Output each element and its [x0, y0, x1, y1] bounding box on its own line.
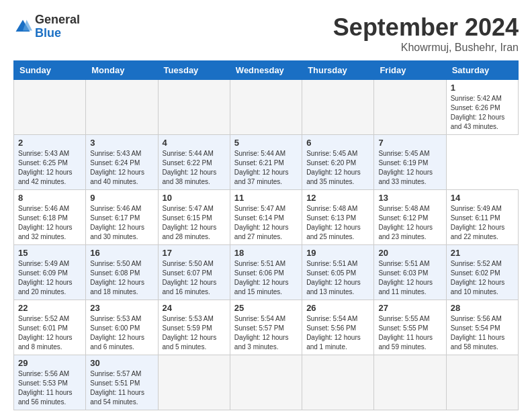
day-info: Sunrise: 5:45 AMSunset: 6:20 PMDaylight:… [306, 149, 369, 187]
day-number: 3 [90, 138, 153, 148]
calendar-table: SundayMondayTuesdayWednesdayThursdayFrid… [13, 60, 519, 410]
day-info: Sunrise: 5:51 AMSunset: 6:03 PMDaylight:… [378, 259, 441, 297]
day-info: Sunrise: 5:42 AMSunset: 6:26 PMDaylight:… [451, 94, 514, 132]
calendar-cell: 14Sunrise: 5:49 AMSunset: 6:11 PMDayligh… [446, 190, 518, 245]
calendar-cell: 12Sunrise: 5:48 AMSunset: 6:13 PMDayligh… [302, 190, 374, 245]
calendar-week-5: 22Sunrise: 5:52 AMSunset: 6:01 PMDayligh… [14, 300, 519, 355]
calendar-week-2: 2Sunrise: 5:43 AMSunset: 6:25 PMDaylight… [14, 135, 519, 190]
day-info: Sunrise: 5:48 AMSunset: 6:13 PMDaylight:… [306, 204, 369, 242]
calendar-cell: 22Sunrise: 5:52 AMSunset: 6:01 PMDayligh… [14, 300, 86, 355]
day-info: Sunrise: 5:49 AMSunset: 6:09 PMDaylight:… [18, 259, 81, 297]
calendar-week-3: 8Sunrise: 5:46 AMSunset: 6:18 PMDaylight… [14, 190, 519, 245]
day-number: 26 [306, 303, 369, 313]
calendar-cell [158, 355, 230, 410]
day-number: 12 [306, 193, 369, 203]
calendar-cell [230, 355, 302, 410]
calendar-cell [86, 80, 158, 135]
calendar-cell: 4Sunrise: 5:44 AMSunset: 6:22 PMDaylight… [158, 135, 230, 190]
header-tuesday: Tuesday [158, 61, 230, 80]
day-number: 28 [451, 303, 514, 313]
day-info: Sunrise: 5:47 AMSunset: 6:15 PMDaylight:… [163, 204, 226, 242]
day-info: Sunrise: 5:43 AMSunset: 6:24 PMDaylight:… [90, 149, 153, 187]
day-info: Sunrise: 5:51 AMSunset: 6:06 PMDaylight:… [234, 259, 298, 297]
calendar-cell: 19Sunrise: 5:51 AMSunset: 6:05 PMDayligh… [302, 245, 374, 300]
calendar-cell: 5Sunrise: 5:44 AMSunset: 6:21 PMDaylight… [230, 135, 302, 190]
day-number: 10 [163, 193, 226, 203]
calendar-cell: 15Sunrise: 5:49 AMSunset: 6:09 PMDayligh… [14, 245, 86, 300]
calendar-cell: 7Sunrise: 5:45 AMSunset: 6:19 PMDaylight… [374, 135, 446, 190]
header-sunday: Sunday [14, 61, 86, 80]
calendar-week-6: 29Sunrise: 5:56 AMSunset: 5:53 PMDayligh… [14, 355, 519, 410]
calendar-cell: 16Sunrise: 5:50 AMSunset: 6:08 PMDayligh… [86, 245, 158, 300]
day-number: 5 [234, 138, 298, 148]
day-number: 1 [451, 83, 514, 93]
calendar-cell: 1Sunrise: 5:42 AMSunset: 6:26 PMDaylight… [446, 80, 518, 135]
day-number: 8 [18, 193, 81, 203]
calendar-cell: 11Sunrise: 5:47 AMSunset: 6:14 PMDayligh… [230, 190, 302, 245]
calendar-cell: 29Sunrise: 5:56 AMSunset: 5:53 PMDayligh… [14, 355, 86, 410]
calendar-cell: 24Sunrise: 5:53 AMSunset: 5:59 PMDayligh… [158, 300, 230, 355]
calendar-cell: 17Sunrise: 5:50 AMSunset: 6:07 PMDayligh… [158, 245, 230, 300]
calendar-cell [302, 355, 374, 410]
day-number: 15 [18, 248, 81, 258]
day-info: Sunrise: 5:45 AMSunset: 6:19 PMDaylight:… [378, 149, 441, 187]
calendar-cell: 28Sunrise: 5:56 AMSunset: 5:54 PMDayligh… [446, 300, 518, 355]
calendar-cell [158, 80, 230, 135]
calendar-header-row: SundayMondayTuesdayWednesdayThursdayFrid… [14, 61, 519, 80]
day-number: 23 [90, 303, 153, 313]
calendar-cell: 10Sunrise: 5:47 AMSunset: 6:15 PMDayligh… [158, 190, 230, 245]
day-number: 17 [163, 248, 226, 258]
day-number: 20 [378, 248, 441, 258]
header-wednesday: Wednesday [230, 61, 302, 80]
calendar-cell: 30Sunrise: 5:57 AMSunset: 5:51 PMDayligh… [86, 355, 158, 410]
day-info: Sunrise: 5:52 AMSunset: 6:02 PMDaylight:… [451, 259, 514, 297]
day-info: Sunrise: 5:56 AMSunset: 5:54 PMDaylight:… [451, 314, 514, 352]
calendar-cell: 25Sunrise: 5:54 AMSunset: 5:57 PMDayligh… [230, 300, 302, 355]
day-info: Sunrise: 5:54 AMSunset: 5:56 PMDaylight:… [306, 314, 369, 352]
logo: General Blue [13, 13, 80, 40]
day-number: 27 [378, 303, 441, 313]
calendar-cell: 13Sunrise: 5:48 AMSunset: 6:12 PMDayligh… [374, 190, 446, 245]
day-info: Sunrise: 5:50 AMSunset: 6:07 PMDaylight:… [163, 259, 226, 297]
calendar-cell [14, 80, 86, 135]
calendar-cell: 26Sunrise: 5:54 AMSunset: 5:56 PMDayligh… [302, 300, 374, 355]
calendar-cell [302, 80, 374, 135]
calendar-cell: 6Sunrise: 5:45 AMSunset: 6:20 PMDaylight… [302, 135, 374, 190]
header-saturday: Saturday [446, 61, 518, 80]
day-info: Sunrise: 5:51 AMSunset: 6:05 PMDaylight:… [306, 259, 369, 297]
day-number: 18 [234, 248, 298, 258]
calendar-cell: 18Sunrise: 5:51 AMSunset: 6:06 PMDayligh… [230, 245, 302, 300]
calendar-cell: 20Sunrise: 5:51 AMSunset: 6:03 PMDayligh… [374, 245, 446, 300]
calendar-cell [446, 355, 518, 410]
calendar-cell: 3Sunrise: 5:43 AMSunset: 6:24 PMDaylight… [86, 135, 158, 190]
day-number: 30 [90, 358, 153, 368]
header-friday: Friday [374, 61, 446, 80]
logo-general: General [35, 13, 80, 27]
day-info: Sunrise: 5:54 AMSunset: 5:57 PMDaylight:… [234, 314, 298, 352]
day-info: Sunrise: 5:52 AMSunset: 6:01 PMDaylight:… [18, 314, 81, 352]
day-number: 7 [378, 138, 441, 148]
calendar-cell [374, 355, 446, 410]
calendar-cell: 8Sunrise: 5:46 AMSunset: 6:18 PMDaylight… [14, 190, 86, 245]
day-info: Sunrise: 5:48 AMSunset: 6:12 PMDaylight:… [378, 204, 441, 242]
location: Khowrmuj, Bushehr, Iran [333, 42, 519, 54]
calendar-cell: 2Sunrise: 5:43 AMSunset: 6:25 PMDaylight… [14, 135, 86, 190]
logo-text: General Blue [35, 13, 80, 40]
day-info: Sunrise: 5:46 AMSunset: 6:17 PMDaylight:… [90, 204, 153, 242]
calendar-week-1: 1Sunrise: 5:42 AMSunset: 6:26 PMDaylight… [14, 80, 519, 135]
calendar-cell: 21Sunrise: 5:52 AMSunset: 6:02 PMDayligh… [446, 245, 518, 300]
day-number: 6 [306, 138, 369, 148]
header-thursday: Thursday [302, 61, 374, 80]
day-number: 9 [90, 193, 153, 203]
day-info: Sunrise: 5:44 AMSunset: 6:22 PMDaylight:… [163, 149, 226, 187]
day-info: Sunrise: 5:50 AMSunset: 6:08 PMDaylight:… [90, 259, 153, 297]
day-info: Sunrise: 5:43 AMSunset: 6:25 PMDaylight:… [18, 149, 81, 187]
day-info: Sunrise: 5:53 AMSunset: 6:00 PMDaylight:… [90, 314, 153, 352]
calendar-week-4: 15Sunrise: 5:49 AMSunset: 6:09 PMDayligh… [14, 245, 519, 300]
calendar-cell: 27Sunrise: 5:55 AMSunset: 5:55 PMDayligh… [374, 300, 446, 355]
page-header: General Blue September 2024 Khowrmuj, Bu… [13, 13, 519, 54]
day-number: 2 [18, 138, 81, 148]
day-info: Sunrise: 5:44 AMSunset: 6:21 PMDaylight:… [234, 149, 298, 187]
day-number: 19 [306, 248, 369, 258]
day-number: 13 [378, 193, 441, 203]
